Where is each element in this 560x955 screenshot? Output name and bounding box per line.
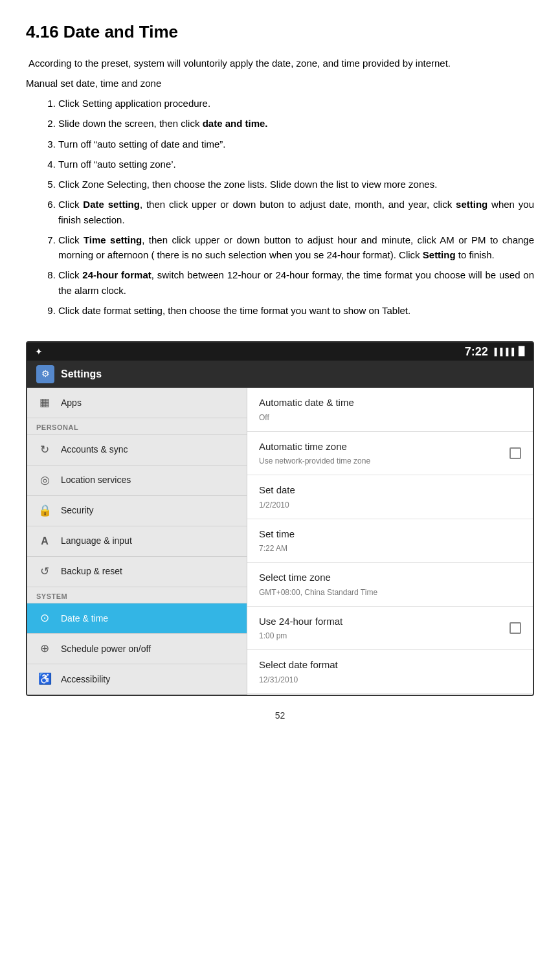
sidebar-item-accessibility-label: Accessibility	[61, 673, 110, 686]
step-8: Click 24-hour format, switch between 12-…	[58, 267, 534, 298]
sidebar-item-backup-label: Backup & reset	[61, 565, 122, 578]
date-format-title: Select date format	[259, 658, 521, 673]
sidebar-item-datetime-label: Date & time	[61, 612, 108, 625]
sidebar-item-datetime[interactable]: ⊙ Date & time	[27, 603, 247, 634]
24hour-checkbox[interactable]	[510, 622, 521, 634]
status-time: 7:22	[465, 343, 488, 361]
signal-icon: ▐▐▐▐	[492, 346, 515, 357]
set-time-sub: 7:22 AM	[259, 543, 521, 554]
intro-paragraph: According to the preset, system will vol…	[26, 56, 534, 71]
settings-item-auto-date-time[interactable]: Automatic date & time Off	[247, 388, 533, 432]
auto-timezone-checkbox[interactable]	[510, 447, 521, 459]
accessibility-icon: ♿	[36, 671, 53, 688]
step-7: Click Time setting, then click upper or …	[58, 232, 534, 263]
sidebar-item-apps[interactable]: ▦ Apps	[27, 388, 247, 418]
set-date-title: Set date	[259, 483, 521, 498]
24hour-title: Use 24-hour format	[259, 614, 342, 629]
set-date-sub: 1/2/2010	[259, 499, 521, 511]
page-content: 4.16 Date and Time According to the pres…	[0, 0, 560, 742]
sidebar-section-system: SYSTEM	[27, 587, 247, 604]
sidebar-item-apps-label: Apps	[61, 396, 82, 410]
date-format-sub: 12/31/2010	[259, 674, 521, 686]
datetime-icon: ⊙	[36, 610, 53, 627]
auto-date-time-title: Automatic date & time	[259, 396, 354, 410]
auto-date-time-sub: Off	[259, 412, 354, 423]
settings-item-auto-timezone[interactable]: Automatic time zone Use network-provided…	[247, 432, 533, 476]
sidebar-item-schedule-label: Schedule power on/off	[61, 642, 151, 656]
location-icon: ◎	[36, 472, 53, 489]
right-panel: Automatic date & time Off Automatic time…	[247, 388, 533, 695]
sidebar-section-personal: PERSONAL	[27, 418, 247, 435]
sidebar-item-schedule[interactable]: ⊕ Schedule power on/off	[27, 634, 247, 664]
set-time-title: Set time	[259, 527, 521, 542]
sidebar-item-language-label: Language & input	[61, 534, 132, 548]
screenshot-wrapper: ✦ 7:22 ▐▐▐▐ ▉ ⚙ Settings	[26, 341, 534, 696]
settings-item-set-time[interactable]: Set time 7:22 AM	[247, 519, 533, 563]
step-3: Turn off “auto setting of date and time”…	[58, 137, 534, 152]
settings-item-set-date[interactable]: Set date 1/2/2010	[247, 475, 533, 519]
title-bar-title: Settings	[61, 366, 102, 382]
sidebar-item-accounts-label: Accounts & sync	[61, 443, 128, 456]
select-timezone-title: Select time zone	[259, 570, 521, 585]
auto-timezone-title: Automatic time zone	[259, 440, 370, 455]
sidebar-item-security-label: Security	[61, 504, 94, 517]
title-bar: ⚙ Settings	[27, 361, 533, 388]
24hour-sub: 1:00 pm	[259, 630, 342, 642]
sidebar-item-accounts[interactable]: ↻ Accounts & sync	[27, 435, 247, 466]
step-2: Slide down the screen, then click date a…	[58, 116, 534, 131]
backup-icon: ↺	[36, 563, 53, 580]
sidebar-item-security[interactable]: 🔒 Security	[27, 496, 247, 526]
sidebar-item-backup[interactable]: ↺ Backup & reset	[27, 557, 247, 587]
main-content: ▦ Apps PERSONAL ↻ Accounts & sync ◎ Loca…	[27, 388, 533, 695]
step-1: Click Setting application procedure.	[58, 96, 534, 111]
status-bar-left: ✦	[35, 345, 43, 359]
wifi-icon: ✦	[35, 345, 43, 359]
settings-item-date-format[interactable]: Select date format 12/31/2010	[247, 650, 533, 694]
sidebar: ▦ Apps PERSONAL ↻ Accounts & sync ◎ Loca…	[27, 388, 247, 695]
android-screen: ✦ 7:22 ▐▐▐▐ ▉ ⚙ Settings	[26, 341, 534, 696]
status-bar: ✦ 7:22 ▐▐▐▐ ▉	[27, 343, 533, 361]
step-5: Click Zone Selecting, then choose the zo…	[58, 177, 534, 192]
steps-list: Click Setting application procedure. Sli…	[58, 96, 534, 318]
step-9: Click date format setting, then choose t…	[58, 303, 534, 318]
language-icon: A	[36, 533, 53, 550]
sidebar-item-accessibility[interactable]: ♿ Accessibility	[27, 664, 247, 695]
step-4: Turn off “auto setting zone’.	[58, 157, 534, 172]
apps-icon: ▦	[36, 394, 53, 411]
settings-item-24hour[interactable]: Use 24-hour format 1:00 pm	[247, 607, 533, 651]
sidebar-item-language[interactable]: A Language & input	[27, 526, 247, 557]
page-number: 52	[26, 709, 534, 723]
battery-icon: ▉	[519, 345, 525, 358]
step-6: Click Date setting, then click upper or …	[58, 197, 534, 227]
accounts-icon: ↻	[36, 442, 53, 458]
sidebar-item-location[interactable]: ◎ Location services	[27, 466, 247, 496]
schedule-icon: ⊕	[36, 640, 53, 657]
settings-item-select-timezone[interactable]: Select time zone GMT+08:00, China Standa…	[247, 563, 533, 607]
security-icon: 🔒	[36, 502, 53, 519]
select-timezone-sub: GMT+08:00, China Standard Time	[259, 587, 521, 598]
page-title: 4.16 Date and Time	[26, 19, 534, 45]
settings-icon: ⚙	[36, 365, 54, 383]
status-bar-right: 7:22 ▐▐▐▐ ▉	[465, 343, 525, 361]
manual-label: Manual set date, time and zone	[26, 76, 534, 91]
sidebar-item-location-label: Location services	[61, 473, 131, 487]
auto-timezone-sub: Use network-provided time zone	[259, 455, 370, 467]
